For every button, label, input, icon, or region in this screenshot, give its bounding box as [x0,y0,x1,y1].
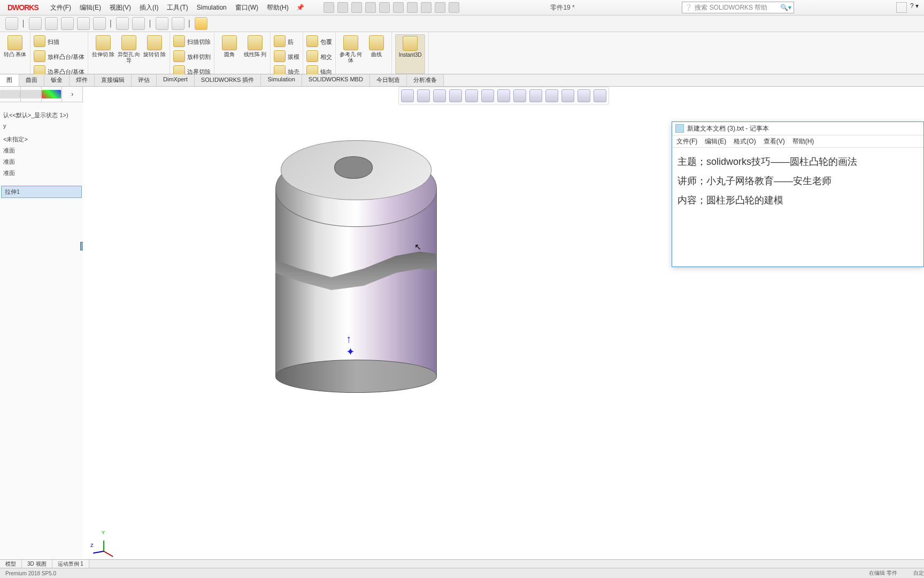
zoom-area-icon[interactable] [417,89,430,102]
tab-evaluate[interactable]: 评估 [132,74,157,86]
panel-tab-2[interactable] [21,87,42,102]
save-icon[interactable] [365,2,376,13]
tree-plane[interactable]: 准面 [0,145,83,156]
menu-insert[interactable]: 插入(I) [135,3,163,12]
menu-file[interactable]: 文件(F) [46,3,75,12]
qa-icon-2[interactable] [29,17,42,30]
search-icon[interactable]: 🔍▾ [780,4,791,11]
options-icon[interactable] [435,2,445,13]
tab-dimxpert[interactable]: DimXpert [157,74,195,86]
btab-model[interactable]: 模型 [0,560,22,568]
viewport[interactable]: ↑✦ ↖ Y Z 新建文本文档 (3).txt - 记事本 文件(F) 编辑(E… [83,87,924,562]
sweep-button[interactable]: 扫描 [34,34,59,48]
tree-plane[interactable]: 准面 [0,168,83,179]
np-menu-file[interactable]: 文件(F) [676,137,697,146]
btab-motion[interactable]: 运动算例 1 [52,560,89,568]
hide-show-icon[interactable] [497,89,510,102]
render-icon[interactable] [561,89,574,102]
rib-button[interactable]: 筋 [274,34,294,48]
np-menu-edit[interactable]: 编辑(E) [705,137,726,146]
tree-extrude1[interactable]: 拉伸1 [1,186,82,198]
tree-plane[interactable]: 准面 [0,156,83,168]
panel-expand[interactable]: › [62,87,83,102]
hole-wizard-button[interactable]: 异型孔 向导 [117,34,141,63]
extrude-cut-button[interactable]: 拉伸切 除 [91,34,115,57]
qa-icon-7[interactable] [116,17,129,30]
tab-direct[interactable]: 直接编辑 [95,74,132,86]
tab-mbd[interactable]: SOLIDWORKS MBD [302,74,370,86]
loft-cut-button[interactable]: 放样切割 [173,49,211,63]
linear-pattern-button[interactable]: 线性阵 列 [243,34,267,57]
tab-feature[interactable]: 图 [0,74,19,86]
tab-analysis[interactable]: 分析准备 [407,74,444,86]
np-menu-help[interactable]: 帮助(H) [792,137,814,146]
apply-scene-icon[interactable] [578,89,590,102]
tab-sheetmetal[interactable]: 钣金 [44,74,70,86]
np-menu-format[interactable]: 格式(O) [734,137,756,146]
np-menu-view[interactable]: 查看(V) [764,137,785,146]
loft-button[interactable]: 放样凸台/基体 [34,49,84,63]
measure-icon[interactable] [195,17,207,30]
zoom-fit-icon[interactable] [401,89,414,102]
panel-tab-1[interactable] [0,87,21,102]
section-icon[interactable] [449,89,462,102]
qa-icon-10[interactable] [172,17,184,30]
draft-button[interactable]: 拔模 [274,49,299,63]
notepad-window[interactable]: 新建文本文档 (3).txt - 记事本 文件(F) 编辑(E) 格式(O) 查… [672,121,924,267]
btab-3dview[interactable]: 3D 视图 [22,560,52,568]
panel-tab-3[interactable] [42,87,63,102]
notepad-body[interactable]: 主题；solidworks技巧——圆柱凸轮的画法 讲师；小丸子网络教育——安生老… [672,148,923,214]
qa-icon-5[interactable] [77,17,90,30]
curves-button[interactable]: 曲线 [365,34,388,57]
menu-edit[interactable]: 编辑(E) [75,3,105,12]
rebuild-icon[interactable] [421,2,432,13]
fillet-button[interactable]: 圆角 [218,34,241,57]
menu-tools[interactable]: 工具(T) [163,3,192,12]
tree-item[interactable] [0,182,83,185]
search-input[interactable]: ❔ 搜索 SOLIDWORKS 帮助 🔍▾ [682,2,794,13]
new-icon[interactable] [337,2,348,13]
undo-icon[interactable] [393,2,404,13]
menu-help[interactable]: 帮助(H) [263,3,293,12]
home-icon[interactable] [324,2,334,13]
menu-view[interactable]: 视图(V) [105,3,135,12]
qa-icon-8[interactable] [132,17,145,30]
sweep-cut-button[interactable]: 扫描切除 [173,34,211,48]
view-orient-icon[interactable] [465,89,478,102]
settings-icon[interactable] [449,2,459,13]
qa-icon-1[interactable] [5,17,18,30]
instant3d-button[interactable]: Instant3D [395,34,425,74]
help-button[interactable]: ? ▾ [910,2,919,13]
notepad-titlebar[interactable]: 新建文本文档 (3).txt - 记事本 [672,122,923,135]
boss-base-button[interactable]: 转凸 基体 [3,34,27,57]
user-icon[interactable] [896,2,907,13]
qa-icon-9[interactable] [156,17,168,30]
open-icon[interactable] [351,2,362,13]
view-settings-icon[interactable] [545,89,558,102]
tab-today[interactable]: 今日制造 [370,74,407,86]
tab-sim[interactable]: Simulation [261,74,302,86]
scene-icon[interactable] [529,89,542,102]
view-triad[interactable]: Y Z [94,535,115,557]
qa-icon-3[interactable] [45,17,58,30]
menu-simulation[interactable]: Simulation [192,4,231,11]
revolve-cut-button[interactable]: 旋转切 除 [143,34,166,57]
tree-item[interactable]: y [0,121,83,131]
prev-view-icon[interactable] [433,89,446,102]
tree-display-state[interactable]: 认<<默认>_显示状态 1>) [0,110,83,121]
appearance-btn-icon[interactable] [513,89,526,102]
qa-icon-6[interactable] [93,17,106,30]
ref-geom-button[interactable]: 参考几 何体 [339,34,363,63]
tab-weldment[interactable]: 焊件 [70,74,95,86]
qa-icon-4[interactable] [61,17,74,30]
intersect-button[interactable]: 相交 [306,49,332,63]
wrap-button[interactable]: 包覆 [306,34,332,48]
pin-icon[interactable]: 📌 [293,4,307,11]
print-icon[interactable] [379,2,390,13]
tab-surface[interactable]: 曲面 [19,74,44,86]
menu-window[interactable]: 窗口(W) [231,3,263,12]
tree-material[interactable]: <未指定> [0,134,83,145]
display-style-icon[interactable] [481,89,494,102]
select-icon[interactable] [407,2,418,13]
display-icon[interactable] [594,89,606,102]
